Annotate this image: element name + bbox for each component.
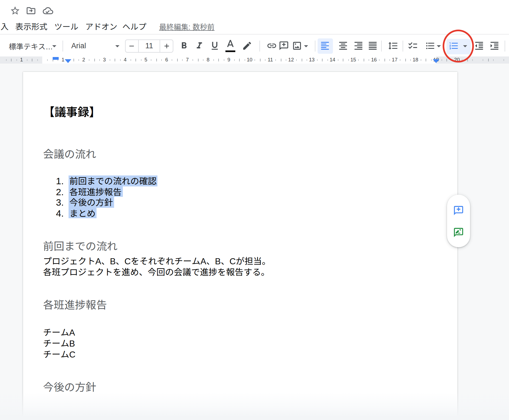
ruler-tick	[421, 59, 421, 61]
paragraph-line: 各班プロジェクトを進め、今回の会議で進捗を報告する。	[43, 265, 270, 278]
checklist-button[interactable]	[405, 38, 420, 53]
ruler-number: 10	[247, 56, 253, 63]
star-glyph	[10, 5, 20, 16]
agenda-item[interactable]: 2.各班進捗報告	[56, 186, 158, 197]
chevron-down-icon	[49, 41, 59, 51]
ruler[interactable]: 11234567891011121314151617181920	[0, 56, 509, 63]
ruler-tick	[130, 59, 131, 61]
ruler-tick	[213, 59, 214, 61]
indent-icon	[489, 41, 499, 51]
ruler-number: 17	[392, 56, 398, 63]
ruler-tick	[182, 59, 183, 61]
star-icon[interactable]	[9, 4, 21, 16]
agenda-item-text-selected[interactable]: 前回までの流れの確認	[69, 175, 158, 186]
ruler-tick	[483, 59, 483, 61]
folder-move-glyph	[26, 5, 36, 16]
highlighter-button[interactable]	[239, 38, 255, 53]
ruler-number: 8	[207, 56, 210, 63]
ruler-tick	[162, 59, 162, 61]
ruler-tick	[389, 59, 390, 61]
style-selector-value: 標準テキス…	[9, 40, 53, 51]
ruler-tick	[441, 59, 442, 61]
paragraph-previous-flow[interactable]: プロジェクトA、B、CをそれぞれチームA、B、Cが担当。各班プロジェクトを進め、…	[43, 255, 271, 277]
text-color-indicator	[225, 50, 235, 52]
align-right-button[interactable]	[350, 38, 366, 53]
ruler-number: 13	[309, 56, 315, 63]
ruler-tick	[239, 58, 240, 61]
add-comment-floating-button[interactable]	[451, 203, 466, 218]
menu-item-tools[interactable]: ツール	[54, 20, 78, 33]
ruler-number: 6	[165, 56, 168, 63]
font-family-arrow-icon[interactable]	[112, 35, 122, 56]
style-selector-arrow-icon[interactable]	[49, 35, 59, 56]
align-center-button[interactable]	[335, 38, 350, 53]
document-page[interactable]: 【議事録】 会議の流れ 1.前回までの流れの確認 2.各班進捗報告 3.今後の方…	[23, 72, 457, 420]
ruler-tick	[32, 58, 32, 61]
ruler-tick	[89, 59, 89, 61]
doc-title[interactable]: 【議事録】	[43, 104, 101, 119]
ruler-tick	[384, 58, 385, 61]
heading-previous-flow[interactable]: 前回までの流れ	[43, 239, 117, 252]
increase-font-size-button[interactable]	[160, 40, 173, 52]
ruler-tick	[110, 59, 110, 61]
italic-button[interactable]	[191, 38, 207, 53]
text-color-button[interactable]	[223, 38, 238, 53]
last-edit-link[interactable]: 最終編集: 数秒前	[159, 20, 214, 33]
insert-image-arrow-icon[interactable]	[301, 38, 311, 53]
agenda-item-text-selected[interactable]: まとめ	[69, 208, 97, 218]
bold-icon	[179, 41, 189, 51]
menu-item-help[interactable]: ヘルプ	[122, 20, 146, 33]
agenda-item[interactable]: 3.今後の方針	[56, 197, 158, 208]
left-indent-marker[interactable]	[65, 59, 72, 63]
ruler-tick	[141, 59, 141, 61]
menu-item-format[interactable]: 表示形式	[15, 20, 47, 33]
indent-button[interactable]	[487, 38, 502, 53]
agenda-item-text-selected[interactable]: 各班進捗報告	[69, 186, 123, 197]
heading-next-policy[interactable]: 今後の方針	[43, 380, 96, 393]
right-indent-marker[interactable]	[432, 59, 439, 63]
ruler-number: 16	[371, 56, 377, 63]
line-spacing-icon	[388, 41, 398, 51]
bold-button[interactable]	[176, 38, 191, 53]
plus-icon	[163, 42, 170, 50]
agenda-item-text-selected[interactable]: 今後の方針	[69, 197, 114, 208]
ruler-tick	[343, 58, 343, 61]
font-size-value[interactable]: 11	[139, 40, 160, 52]
ruler-tick	[488, 58, 488, 61]
team-lines[interactable]: チームAチームBチームC	[43, 327, 75, 360]
align-left-button[interactable]	[317, 38, 333, 53]
ruler-tick	[338, 59, 338, 61]
ruler-number: 3	[103, 56, 106, 63]
menu-item-addons[interactable]: アドオン	[85, 20, 117, 33]
annotation-red-circle	[443, 29, 474, 62]
ruler-tick	[78, 59, 79, 61]
underline-button[interactable]	[207, 38, 222, 53]
image-icon	[292, 41, 302, 51]
font-family-selector[interactable]: Arial	[71, 35, 86, 56]
style-selector[interactable]: 標準テキス…	[9, 35, 53, 56]
ruler-tick	[203, 59, 203, 61]
ruler-tick	[219, 58, 219, 61]
heading-progress-report[interactable]: 各班進捗報告	[43, 298, 107, 311]
heading-agenda[interactable]: 会議の流れ	[43, 147, 96, 160]
ruler-tick	[135, 58, 136, 61]
agenda-item[interactable]: 1.前回までの流れの確認	[56, 175, 158, 186]
add-comment-icon	[279, 41, 289, 51]
menu-item-insert-partial[interactable]: 入	[1, 20, 9, 33]
align-left-icon	[320, 41, 330, 51]
ruler-tick	[47, 59, 48, 61]
drive-folder-move-icon[interactable]	[25, 4, 37, 16]
ruler-tick	[431, 59, 432, 61]
toolbar-separator	[381, 41, 381, 52]
agenda-item[interactable]: 4.まとめ	[56, 208, 158, 218]
first-line-indent-marker[interactable]	[52, 57, 59, 59]
comment-actions-pill	[447, 195, 470, 247]
suggest-edits-floating-button[interactable]	[451, 225, 466, 240]
toolbar-separator	[315, 41, 315, 52]
line-spacing-button[interactable]	[385, 38, 400, 53]
decrease-font-size-button[interactable]	[125, 40, 139, 52]
bulleted-list-arrow-icon[interactable]	[434, 38, 444, 53]
justify-button[interactable]	[365, 38, 380, 53]
agenda-item-number: 2.	[56, 187, 69, 197]
ruler-tick	[73, 58, 74, 61]
